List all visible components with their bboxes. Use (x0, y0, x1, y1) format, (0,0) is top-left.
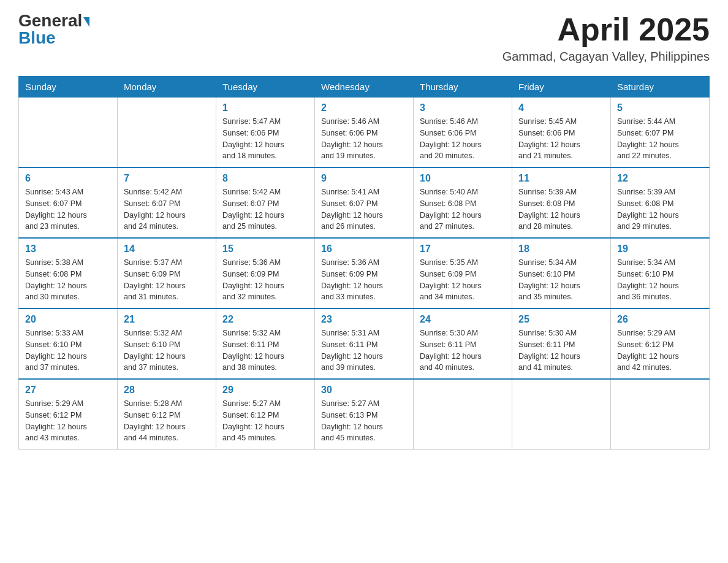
calendar-cell: 7Sunrise: 5:42 AMSunset: 6:07 PMDaylight… (118, 167, 216, 238)
day-info: Sunrise: 5:43 AMSunset: 6:07 PMDaylight:… (25, 186, 111, 232)
day-number: 1 (222, 102, 308, 113)
day-number: 6 (25, 173, 111, 184)
page-header: General Blue April 2025 Gammad, Cagayan … (18, 12, 710, 64)
weekday-header-friday: Friday (512, 77, 611, 98)
day-number: 27 (25, 385, 111, 396)
weekday-header-sunday: Sunday (19, 77, 118, 98)
calendar-cell (19, 98, 118, 168)
day-info: Sunrise: 5:42 AMSunset: 6:07 PMDaylight:… (124, 186, 210, 232)
day-info: Sunrise: 5:27 AMSunset: 6:12 PMDaylight:… (222, 398, 308, 444)
calendar-cell: 10Sunrise: 5:40 AMSunset: 6:08 PMDayligh… (414, 167, 512, 238)
weekday-header-monday: Monday (118, 77, 216, 98)
day-number: 15 (222, 243, 308, 255)
day-number: 29 (222, 385, 308, 396)
calendar-cell (611, 379, 710, 450)
calendar-cell: 24Sunrise: 5:30 AMSunset: 6:11 PMDayligh… (414, 308, 512, 379)
day-number: 24 (420, 314, 506, 325)
day-number: 21 (124, 314, 210, 325)
calendar-cell: 18Sunrise: 5:34 AMSunset: 6:10 PMDayligh… (512, 238, 611, 308)
day-number: 28 (124, 385, 210, 396)
day-info: Sunrise: 5:34 AMSunset: 6:10 PMDaylight:… (617, 257, 703, 303)
calendar-cell: 29Sunrise: 5:27 AMSunset: 6:12 PMDayligh… (216, 379, 315, 450)
calendar-cell: 13Sunrise: 5:38 AMSunset: 6:08 PMDayligh… (19, 238, 118, 308)
calendar-cell: 1Sunrise: 5:47 AMSunset: 6:06 PMDaylight… (216, 98, 315, 168)
day-info: Sunrise: 5:47 AMSunset: 6:06 PMDaylight:… (222, 116, 308, 162)
day-number: 30 (321, 385, 407, 396)
calendar-cell (118, 98, 216, 168)
day-number: 23 (321, 314, 407, 325)
day-info: Sunrise: 5:30 AMSunset: 6:11 PMDaylight:… (518, 327, 604, 373)
calendar-cell: 27Sunrise: 5:29 AMSunset: 6:12 PMDayligh… (19, 379, 118, 450)
logo-general-text: General (18, 11, 89, 30)
day-info: Sunrise: 5:33 AMSunset: 6:10 PMDaylight:… (25, 327, 111, 373)
calendar-week-row-3: 13Sunrise: 5:38 AMSunset: 6:08 PMDayligh… (19, 238, 710, 308)
day-number: 5 (617, 102, 703, 113)
day-info: Sunrise: 5:46 AMSunset: 6:06 PMDaylight:… (420, 116, 506, 162)
day-number: 18 (518, 243, 604, 255)
calendar-cell: 2Sunrise: 5:46 AMSunset: 6:06 PMDaylight… (315, 98, 414, 168)
day-number: 22 (222, 314, 308, 325)
day-info: Sunrise: 5:39 AMSunset: 6:08 PMDaylight:… (617, 186, 703, 232)
calendar-cell: 22Sunrise: 5:32 AMSunset: 6:11 PMDayligh… (216, 308, 315, 379)
location-text: Gammad, Cagayan Valley, Philippines (502, 50, 710, 64)
calendar-week-row-5: 27Sunrise: 5:29 AMSunset: 6:12 PMDayligh… (19, 379, 710, 450)
day-info: Sunrise: 5:41 AMSunset: 6:07 PMDaylight:… (321, 186, 407, 232)
calendar-cell: 4Sunrise: 5:45 AMSunset: 6:06 PMDaylight… (512, 98, 611, 168)
day-number: 10 (420, 173, 506, 184)
calendar-cell (512, 379, 611, 450)
day-number: 20 (25, 314, 111, 325)
calendar-cell: 8Sunrise: 5:42 AMSunset: 6:07 PMDaylight… (216, 167, 315, 238)
calendar-cell: 16Sunrise: 5:36 AMSunset: 6:09 PMDayligh… (315, 238, 414, 308)
day-info: Sunrise: 5:30 AMSunset: 6:11 PMDaylight:… (420, 327, 506, 373)
calendar-cell: 28Sunrise: 5:28 AMSunset: 6:12 PMDayligh… (118, 379, 216, 450)
day-info: Sunrise: 5:29 AMSunset: 6:12 PMDaylight:… (617, 327, 703, 373)
day-number: 16 (321, 243, 407, 255)
calendar-cell: 5Sunrise: 5:44 AMSunset: 6:07 PMDaylight… (611, 98, 710, 168)
calendar-cell: 9Sunrise: 5:41 AMSunset: 6:07 PMDaylight… (315, 167, 414, 238)
calendar-week-row-4: 20Sunrise: 5:33 AMSunset: 6:10 PMDayligh… (19, 308, 710, 379)
day-info: Sunrise: 5:35 AMSunset: 6:09 PMDaylight:… (420, 257, 506, 303)
calendar-cell: 6Sunrise: 5:43 AMSunset: 6:07 PMDaylight… (19, 167, 118, 238)
day-number: 19 (617, 243, 703, 255)
day-info: Sunrise: 5:38 AMSunset: 6:08 PMDaylight:… (25, 257, 111, 303)
weekday-header-thursday: Thursday (414, 77, 512, 98)
logo-line2: Blue (18, 29, 56, 47)
calendar-cell: 30Sunrise: 5:27 AMSunset: 6:13 PMDayligh… (315, 379, 414, 450)
calendar-cell: 11Sunrise: 5:39 AMSunset: 6:08 PMDayligh… (512, 167, 611, 238)
day-info: Sunrise: 5:32 AMSunset: 6:10 PMDaylight:… (124, 327, 210, 373)
logo-line1: General (18, 12, 89, 29)
calendar-cell: 25Sunrise: 5:30 AMSunset: 6:11 PMDayligh… (512, 308, 611, 379)
day-number: 3 (420, 102, 506, 113)
day-number: 7 (124, 173, 210, 184)
logo-triangle-icon (83, 17, 89, 27)
calendar-cell (414, 379, 512, 450)
day-number: 4 (518, 102, 604, 113)
weekday-header-wednesday: Wednesday (315, 77, 414, 98)
weekday-header-saturday: Saturday (611, 77, 710, 98)
day-info: Sunrise: 5:36 AMSunset: 6:09 PMDaylight:… (222, 257, 308, 303)
day-number: 2 (321, 102, 407, 113)
day-info: Sunrise: 5:27 AMSunset: 6:13 PMDaylight:… (321, 398, 407, 444)
day-info: Sunrise: 5:45 AMSunset: 6:06 PMDaylight:… (518, 116, 604, 162)
weekday-header-row: SundayMondayTuesdayWednesdayThursdayFrid… (19, 77, 710, 98)
calendar-cell: 14Sunrise: 5:37 AMSunset: 6:09 PMDayligh… (118, 238, 216, 308)
calendar-cell: 19Sunrise: 5:34 AMSunset: 6:10 PMDayligh… (611, 238, 710, 308)
logo-blue-text: Blue (18, 28, 56, 47)
day-info: Sunrise: 5:46 AMSunset: 6:06 PMDaylight:… (321, 116, 407, 162)
day-number: 11 (518, 173, 604, 184)
day-info: Sunrise: 5:39 AMSunset: 6:08 PMDaylight:… (518, 186, 604, 232)
day-number: 14 (124, 243, 210, 255)
calendar-cell: 20Sunrise: 5:33 AMSunset: 6:10 PMDayligh… (19, 308, 118, 379)
calendar-cell: 26Sunrise: 5:29 AMSunset: 6:12 PMDayligh… (611, 308, 710, 379)
calendar-cell: 3Sunrise: 5:46 AMSunset: 6:06 PMDaylight… (414, 98, 512, 168)
day-info: Sunrise: 5:32 AMSunset: 6:11 PMDaylight:… (222, 327, 308, 373)
calendar-week-row-1: 1Sunrise: 5:47 AMSunset: 6:06 PMDaylight… (19, 98, 710, 168)
title-section: April 2025 Gammad, Cagayan Valley, Phili… (502, 12, 710, 64)
day-number: 13 (25, 243, 111, 255)
calendar-cell: 21Sunrise: 5:32 AMSunset: 6:10 PMDayligh… (118, 308, 216, 379)
day-info: Sunrise: 5:28 AMSunset: 6:12 PMDaylight:… (124, 398, 210, 444)
day-number: 17 (420, 243, 506, 255)
day-number: 8 (222, 173, 308, 184)
calendar-week-row-2: 6Sunrise: 5:43 AMSunset: 6:07 PMDaylight… (19, 167, 710, 238)
day-number: 12 (617, 173, 703, 184)
